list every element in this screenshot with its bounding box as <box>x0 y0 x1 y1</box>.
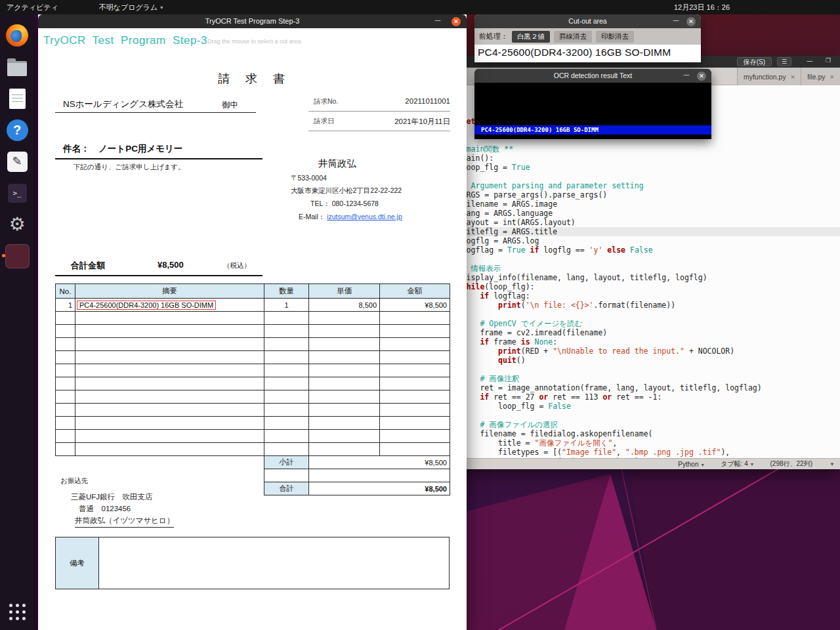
close-tab-icon[interactable]: × <box>830 73 834 81</box>
invoice-number-underline <box>308 111 450 112</box>
clock[interactable]: 12月23日 16：26 <box>674 3 730 12</box>
invoice-items-table: No. 摘要 数量 単価 金額 1PC4-25600(DDR4-3200) 16… <box>55 284 450 456</box>
hint-text: Drag the mouse to select a cut area. <box>207 38 303 45</box>
invoice-date-underline <box>308 131 450 131</box>
maximize-icon[interactable]: ❐ <box>826 57 831 64</box>
code-line <box>444 365 840 374</box>
table-row-empty <box>56 338 450 351</box>
ocr-result-row[interactable]: PC4-25600(DDR4-3200) 16GB SO-DIMM <box>474 125 711 135</box>
code-line: lang = ARGS.language <box>444 209 840 218</box>
tax-included-note: （税込） <box>223 261 251 270</box>
remove-ruled-lines-button[interactable]: 罫線消去 <box>554 31 592 43</box>
app-heading: TryOCR Test Program Step-3 <box>43 34 207 47</box>
files-icon <box>7 61 27 76</box>
tab-myfunction[interactable]: myfunction.py × <box>737 68 801 85</box>
close-tab-icon[interactable]: × <box>791 73 795 81</box>
issuer-tel: TEL： 080-1234-5678 <box>310 200 379 209</box>
code-line: if frame is None: <box>444 337 840 346</box>
status-tab-width[interactable]: タブ幅: 4 ▼ <box>721 459 754 469</box>
issuer-address: 大阪市東淀川区小松2丁目22-22-222 <box>291 186 402 196</box>
code-line: loop_flg = False <box>444 402 840 411</box>
tab-file[interactable]: file.py × <box>801 68 840 85</box>
issuer-postal: 〒533-0004 <box>291 174 327 183</box>
save-button[interactable]: 保存(S) <box>737 57 772 66</box>
ocr-result-body: PC4-25600(DDR4-3200) 16GB SO-DIMM <box>474 83 711 139</box>
dock-item-settings[interactable]: ⚙ <box>1 209 33 240</box>
code-lines: cv2.destroyAllWindows() main() return # … <box>444 89 840 458</box>
table-header-row: No. 摘要 数量 単価 金額 <box>56 284 450 299</box>
dock-item-files[interactable] <box>1 51 33 83</box>
code-line: layout = int(ARGS.layout) <box>444 218 840 227</box>
table-row-empty <box>56 312 450 325</box>
recipient-name: NSホールディングス株式会社 <box>63 98 183 110</box>
help-icon: ? <box>7 119 28 141</box>
preprocess-label: 前処理： <box>479 32 508 41</box>
tryocr-titlebar[interactable]: TryOCR Test Program Step-3 <box>38 14 467 28</box>
invoice-number-row: 請求No. 20211011001 <box>314 97 450 106</box>
dock-item-terminal[interactable]: >_ <box>1 177 33 209</box>
tax-row <box>264 469 450 482</box>
status-language[interactable]: Python ▼ <box>678 461 705 468</box>
dock-item-documents[interactable] <box>1 83 33 114</box>
table-row: 1PC4-25600(DDR4-3200) 16GB SO-DIMM18,500… <box>56 299 450 312</box>
dock-item-text-editor[interactable]: ✎ <box>1 146 33 177</box>
remarks-content <box>99 537 449 589</box>
cutout-titlebar[interactable]: Cut-out area <box>474 14 701 28</box>
subject-line: 件名： ノートPC用メモリー <box>63 143 182 155</box>
code-line <box>444 172 840 181</box>
dock-item-firefox[interactable] <box>1 20 33 51</box>
code-line: display_info(filename, lang, layout, tit… <box>444 273 840 282</box>
code-line: filetypes = [("Image file", ".bmp .png .… <box>444 448 840 457</box>
total-amount-label: 合計金額 <box>71 260 105 272</box>
document-icon <box>9 89 26 109</box>
preprocess-toolbar: 前処理： 白黒２値 罫線消去 印影消去 <box>474 28 701 45</box>
code-line: filename = ARGS.image <box>444 200 840 209</box>
code-line: logflg = ARGS.log <box>444 236 840 245</box>
hamburger-menu-icon[interactable]: ☰ <box>777 57 791 66</box>
issuer-email-row: E-Mail： izutsum@venus.dti.ne.jp <box>299 213 402 222</box>
ocr-result-window: OCR detection result Text ─ ✕ PC4-25600(… <box>474 69 711 139</box>
cutout-area-window: Cut-out area ─ ✕ 前処理： 白黒２値 罫線消去 印影消去 PC4… <box>474 14 701 62</box>
grand-total-row: 合計 ¥8,500 <box>264 482 450 495</box>
ocr-titlebar[interactable]: OCR detection result Text <box>474 69 711 83</box>
invoice-date-row: 請求日 2021年10月11日 <box>314 117 450 127</box>
minimize-icon[interactable]: ─ <box>807 56 812 66</box>
tryocr-app-icon <box>5 244 30 268</box>
show-applications-button[interactable] <box>1 596 33 627</box>
gear-icon: ⚙ <box>9 215 25 234</box>
invoice-title: 請 求 書 <box>38 71 467 87</box>
remarks-label: 備考 <box>56 537 99 589</box>
status-overflow-icon[interactable]: ▼ <box>830 461 835 467</box>
bw-binarize-button[interactable]: 白黒２値 <box>512 31 550 43</box>
bank-name: 三菱UFJ銀行 吹田支店 <box>71 492 153 502</box>
dock-item-help[interactable]: ? <box>1 114 33 146</box>
code-line: ARGS = parse_args().parse_args() <box>444 190 840 200</box>
table-row-empty <box>56 377 450 390</box>
close-icon[interactable]: ✕ <box>686 17 696 26</box>
minimize-icon[interactable]: ─ <box>432 14 443 27</box>
app-menu-button[interactable]: 不明なプログラム ▾ <box>99 3 163 12</box>
close-icon[interactable]: ✕ <box>452 17 461 26</box>
close-icon[interactable]: ✕ <box>697 72 706 81</box>
table-row-empty <box>56 325 450 338</box>
email-link[interactable]: izutsum@venus.dti.ne.jp <box>327 213 402 220</box>
code-line: # 情報表示 <box>444 264 840 273</box>
dock: ? ✎ >_ ⚙ <box>0 14 34 630</box>
remove-stamp-button[interactable]: 印影消去 <box>596 31 634 43</box>
table-row-empty <box>56 443 450 456</box>
minimize-icon[interactable]: ─ <box>681 69 692 81</box>
subtotal-row: 小計 ¥8,500 <box>264 456 450 469</box>
table-row-empty <box>56 364 450 377</box>
greeting-text: 下記の通り、ご請求申し上げます。 <box>74 163 185 172</box>
code-line: quit() <box>444 356 840 365</box>
tryocr-window: TryOCR Test Program Step-3 ─ ✕ TryOCR Te… <box>38 14 467 630</box>
total-underline <box>55 275 262 276</box>
bank-section-heading: お振込先 <box>60 476 88 486</box>
honorific-label: 御中 <box>222 100 238 111</box>
code-line: print('\n file: <{}>'.format(filename)) <box>444 301 840 310</box>
ocr-highlight-box: PC4-25600(DDR4-3200) 16GB SO-DIMM <box>77 301 216 310</box>
activities-button[interactable]: アクティビティ <box>7 3 58 12</box>
dock-item-tryocr-app[interactable] <box>1 240 33 272</box>
code-line: def main(): <box>444 154 840 163</box>
minimize-icon[interactable]: ─ <box>671 14 681 27</box>
